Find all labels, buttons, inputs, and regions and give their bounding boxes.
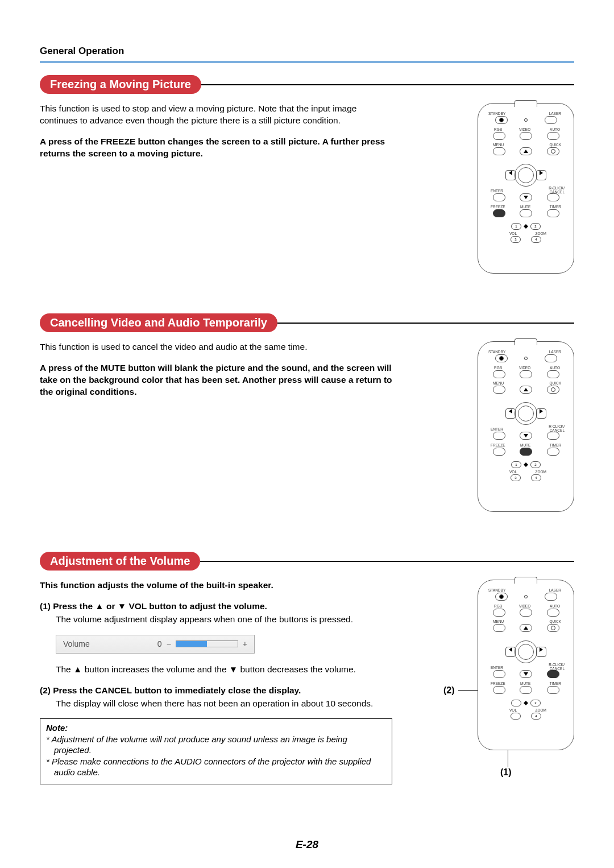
- note-title: Note:: [46, 722, 386, 734]
- header-rule: [40, 61, 574, 63]
- standby-button[interactable]: [495, 354, 508, 362]
- mute-instruction: A press of the MUTE button will blank th…: [40, 362, 392, 398]
- num-2[interactable]: 2: [530, 461, 541, 468]
- num-2[interactable]: 2: [530, 700, 541, 706]
- num-4[interactable]: 4: [531, 236, 541, 243]
- menu-button[interactable]: [493, 624, 505, 632]
- title-connector: [201, 84, 218, 85]
- enter-button[interactable]: [493, 193, 505, 201]
- section-title-pill: Freezing a Moving Picture: [40, 75, 201, 94]
- down-button[interactable]: [520, 193, 532, 201]
- cancel-button[interactable]: [547, 670, 559, 678]
- quick-label: QUICK: [549, 143, 561, 147]
- auto-button[interactable]: [547, 132, 559, 140]
- rgb-button[interactable]: [493, 609, 505, 617]
- section-title-row: Freezing a Moving Picture: [40, 75, 574, 94]
- down-button[interactable]: [520, 670, 532, 678]
- freeze-label: FREEZE: [491, 205, 505, 209]
- remote-freeze: STANDBY LASER RGB VIDEO AUTO MENU QUICK: [478, 103, 574, 274]
- mute-desc: This function is used to cancel the vide…: [40, 341, 392, 353]
- quick-button[interactable]: [547, 147, 559, 155]
- timer-button[interactable]: [547, 448, 559, 456]
- freeze-instruction: A press of the FREEZE button changes the…: [40, 136, 392, 160]
- volume-step2-head: (2) Press the CANCEL button to immediate…: [40, 685, 392, 697]
- quick-button[interactable]: [547, 624, 559, 632]
- volume-step1-body: The volume adjustment display appears wh…: [40, 614, 392, 626]
- laser-button[interactable]: [545, 354, 557, 362]
- laser-button[interactable]: [545, 116, 557, 124]
- rgb-button[interactable]: [493, 132, 505, 140]
- volume-step2-body: The display will close when there has no…: [40, 698, 392, 710]
- volume-osd-value: 0: [157, 639, 162, 650]
- auto-button[interactable]: [547, 609, 559, 617]
- timer-button[interactable]: [547, 209, 559, 217]
- enter-button[interactable]: [493, 670, 505, 678]
- menu-button[interactable]: [493, 147, 505, 155]
- num-3[interactable]: 3: [511, 474, 521, 481]
- auto-label: AUTO: [550, 127, 560, 131]
- section-mute: Cancelling Video and Audio Temporarily T…: [40, 313, 574, 512]
- num-1[interactable]: 1: [511, 461, 521, 468]
- led: [524, 118, 528, 122]
- callout-1: (1): [500, 767, 512, 778]
- cancel-button[interactable]: [547, 432, 559, 440]
- up-button[interactable]: [520, 147, 532, 155]
- standby-button[interactable]: [495, 593, 508, 601]
- volume-intro: This function adjusts the volume of the …: [40, 580, 392, 592]
- num-4[interactable]: 4: [531, 713, 541, 720]
- standby-button[interactable]: [495, 116, 508, 124]
- laser-label: LASER: [549, 111, 561, 115]
- nav-pad[interactable]: [505, 159, 546, 191]
- note-2: * Please make connections to the AUDIO c…: [46, 756, 386, 778]
- volume-osd-plus: +: [243, 639, 247, 650]
- video-button[interactable]: [520, 132, 532, 140]
- auto-button[interactable]: [547, 370, 559, 378]
- video-button[interactable]: [520, 370, 532, 378]
- section-text: This function adjusts the volume of the …: [40, 580, 392, 784]
- up-button[interactable]: [520, 624, 532, 632]
- cancel-button[interactable]: [547, 193, 559, 201]
- laser-button[interactable]: [545, 593, 557, 601]
- mute-button[interactable]: [520, 686, 532, 694]
- section-volume: Adjustment of the Volume This function a…: [40, 552, 574, 784]
- enter-button[interactable]: [493, 432, 505, 440]
- num-1[interactable]: 1: [511, 700, 521, 706]
- callout-2: (2): [443, 685, 455, 696]
- quick-button[interactable]: [547, 386, 559, 394]
- menu-button[interactable]: [493, 386, 505, 394]
- note-box: Note: * Adjustment of the volume will no…: [40, 718, 392, 784]
- video-button[interactable]: [520, 609, 532, 617]
- section-text: This function is used to stop and view a…: [40, 103, 392, 169]
- freeze-button[interactable]: [493, 448, 505, 456]
- standby-label: STANDBY: [488, 111, 505, 115]
- num-1[interactable]: 1: [511, 223, 521, 230]
- nav-pad[interactable]: [505, 636, 546, 668]
- num-3[interactable]: 3: [511, 236, 521, 243]
- menu-label: MENU: [493, 143, 504, 147]
- right-button[interactable]: [536, 170, 546, 180]
- down-button[interactable]: [520, 432, 532, 440]
- remote-volume: STANDBY LASER RGB VIDEO AUTO: [478, 580, 574, 750]
- mute-button[interactable]: [520, 448, 532, 456]
- mute-button[interactable]: [520, 209, 532, 217]
- remote-mute: STANDBY LASER RGB VIDEO AUTO MENU QUICK: [478, 341, 574, 512]
- rgb-button[interactable]: [493, 370, 505, 378]
- nav-pad[interactable]: [505, 398, 546, 429]
- freeze-desc: This function is used to stop and view a…: [40, 103, 392, 127]
- freeze-button[interactable]: [493, 686, 505, 694]
- up-button[interactable]: [520, 386, 532, 394]
- volume-osd-minus: −: [167, 639, 171, 650]
- volume-osd-bar: [176, 640, 238, 647]
- breadcrumb: General Operation: [40, 46, 574, 57]
- vol-label: VOL: [509, 232, 517, 235]
- num-4[interactable]: 4: [531, 474, 541, 481]
- volume-osd-label: Volume: [63, 639, 90, 650]
- num-2[interactable]: 2: [530, 223, 541, 230]
- page-number: E-28: [0, 838, 614, 851]
- mute-label: MUTE: [520, 205, 530, 209]
- timer-button[interactable]: [547, 686, 559, 694]
- note-1: * Adjustment of the volume will not prod…: [46, 734, 386, 756]
- num-3[interactable]: 3: [511, 713, 521, 720]
- volume-step1-tail: The ▲ button increases the volume and th…: [40, 664, 392, 676]
- freeze-button[interactable]: [493, 209, 505, 217]
